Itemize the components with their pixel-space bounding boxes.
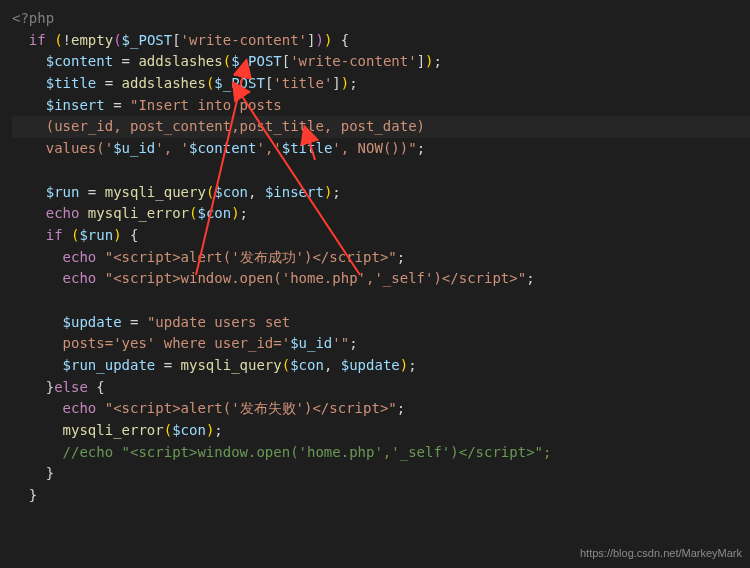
code-line: if ($run) { xyxy=(12,225,750,247)
code-line-highlighted: (user_id, post_content,post_title, post_… xyxy=(12,116,750,138)
code-line: } xyxy=(12,485,750,507)
code-line: $content = addslashes($_POST['write-cont… xyxy=(12,51,750,73)
code-line: $update = "update users set xyxy=(12,312,750,334)
blank-line xyxy=(12,160,750,182)
code-line: echo "<script>alert('发布成功')</script>"; xyxy=(12,247,750,269)
code-line: echo "<script>alert('发布失败')</script>"; xyxy=(12,398,750,420)
code-line: echo mysqli_error($con); xyxy=(12,203,750,225)
code-line: }else { xyxy=(12,377,750,399)
php-open-tag: <?php xyxy=(12,10,54,26)
code-line: <?php xyxy=(12,8,750,30)
code-line: echo "<script>window.open('home.php','_s… xyxy=(12,268,750,290)
code-line: values('$u_id', '$content','$title', NOW… xyxy=(12,138,750,160)
code-line: $title = addslashes($_POST['title']); xyxy=(12,73,750,95)
code-line: if (!empty($_POST['write-content'])) { xyxy=(12,30,750,52)
blank-line xyxy=(12,290,750,312)
code-line: $run_update = mysqli_query($con, $update… xyxy=(12,355,750,377)
code-line: posts='yes' where user_id='$u_id'"; xyxy=(12,333,750,355)
code-line: } xyxy=(12,463,750,485)
watermark: https://blog.csdn.net/MarkeyMark xyxy=(580,545,742,562)
code-line: $run = mysqli_query($con, $insert); xyxy=(12,182,750,204)
code-editor: <?php if (!empty($_POST['write-content']… xyxy=(0,0,750,568)
code-line: //echo "<script>window.open('home.php','… xyxy=(12,442,750,464)
code-line: mysqli_error($con); xyxy=(12,420,750,442)
code-line: $insert = "Insert into posts xyxy=(12,95,750,117)
